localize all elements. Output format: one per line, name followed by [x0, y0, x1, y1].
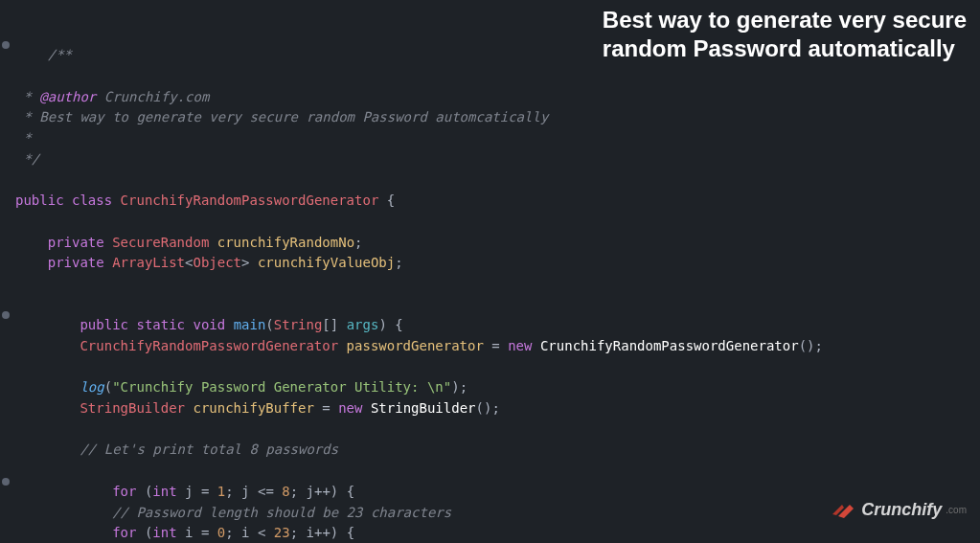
code-line: CrunchifyRandomPasswordGenerator passwor… [0, 336, 980, 357]
author-value: Crunchify.com [104, 89, 210, 104]
fold-toggle[interactable] [2, 478, 10, 486]
code-line: public class CrunchifyRandomPasswordGene… [0, 191, 980, 212]
var-passwordgenerator: passwordGenerator [347, 338, 484, 353]
comment-len23: // Password length should be 23 characte… [112, 505, 451, 520]
type-stringbuilder: StringBuilder [80, 400, 185, 416]
brand-ext: .com [946, 503, 967, 518]
code-line: log("Crunchify Password Generator Utilit… [0, 377, 980, 398]
code-line: StringBuilder crunchifyBuffer = new Stri… [0, 398, 980, 419]
code-line [0, 212, 980, 233]
field-valueobj: crunchifyValueObj [258, 255, 395, 270]
code-line: public static void main(String[] args) { [0, 295, 980, 336]
code-line [0, 419, 980, 441]
doc-open: /** [48, 47, 72, 62]
doc-desc: Best way to generate very secure random … [39, 109, 548, 124]
field-random: crunchifyRandomNo [217, 235, 354, 250]
fold-toggle[interactable] [2, 41, 10, 49]
kw-class: class [72, 192, 112, 208]
param-args: args [347, 317, 379, 332]
kw-public: public [15, 192, 64, 208]
code-line [0, 357, 980, 378]
doc-close: */ [15, 151, 39, 167]
code-line [0, 170, 980, 192]
code-line: * Best way to generate very secure rando… [0, 107, 980, 128]
comment-eight: // Let's print total 8 passwords [80, 441, 338, 457]
title-line-2: random Password automatically [603, 34, 967, 63]
code-line: */ [0, 149, 980, 170]
fold-toggle[interactable] [2, 311, 10, 319]
method-main: main [234, 317, 266, 332]
brand-name: Crunchify [861, 497, 942, 524]
code-line: for (int i = 0; i < 23; i++) { [0, 523, 980, 543]
brand-icon [831, 502, 855, 519]
title-line-1: Best way to generate very secure [603, 6, 967, 34]
overlay-title: Best way to generate very secure random … [603, 6, 967, 63]
class-name: CrunchifyRandomPasswordGenerator [121, 192, 379, 208]
method-log: log [80, 379, 103, 395]
brand-logo: Crunchify.com [831, 497, 967, 524]
javadoc-tag: @author [39, 89, 96, 104]
code-line: private SecureRandom crunchifyRandomNo; [0, 233, 980, 254]
code-line: * [0, 128, 980, 149]
code-line [0, 274, 980, 295]
code-editor: /** * @author Crunchify.com * Best way t… [0, 0, 980, 543]
type-arraylist: ArrayList [112, 255, 185, 270]
type-securerandom: SecureRandom [112, 235, 209, 250]
string-literal: "Crunchify Password Generator Utility: \… [112, 379, 451, 395]
code-line: private ArrayList<Object> crunchifyValue… [0, 253, 980, 274]
var-buffer: crunchifyBuffer [193, 400, 313, 416]
code-line: for (int j = 1; j <= 8; j++) { [0, 461, 980, 502]
code-line: // Let's print total 8 passwords [0, 440, 980, 461]
code-line: * @author Crunchify.com [0, 87, 980, 108]
